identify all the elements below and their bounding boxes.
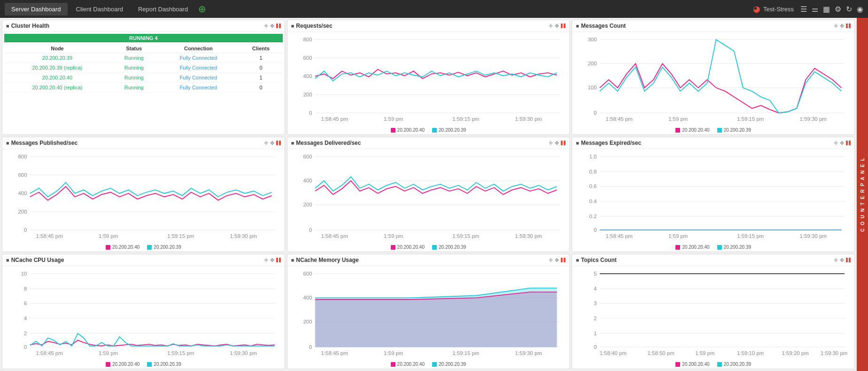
svg-text:1:59:30 pm: 1:59:30 pm bbox=[515, 116, 542, 122]
expand-icon[interactable]: ✥ bbox=[555, 257, 559, 263]
messages-count-chart: 300 200 100 0 1:58:45 pm 1:59 pm 1:59:15… bbox=[576, 34, 851, 126]
svg-text:1:59:30 pm: 1:59:30 pm bbox=[515, 233, 542, 239]
move-icon[interactable]: ✛ bbox=[834, 257, 838, 263]
settings-icon[interactable]: ⚙ bbox=[835, 5, 841, 14]
menu-lines-icon[interactable]: ☰ bbox=[800, 5, 807, 14]
pause-button[interactable] bbox=[846, 141, 851, 145]
move-icon[interactable]: ✛ bbox=[549, 140, 553, 146]
connection-cell: Fully Connected bbox=[158, 83, 240, 93]
refresh-icon[interactable]: ↻ bbox=[846, 5, 852, 14]
expand-icon[interactable]: ✥ bbox=[555, 140, 559, 146]
move-icon[interactable]: ✛ bbox=[549, 23, 553, 29]
svg-text:400: 400 bbox=[303, 73, 312, 79]
requests-legend: 20.200.20.40 20.200.20.39 bbox=[287, 126, 570, 134]
expand-icon[interactable]: ✥ bbox=[270, 23, 274, 29]
svg-text:1:59:30 pm: 1:59:30 pm bbox=[230, 233, 257, 239]
svg-text:4: 4 bbox=[594, 286, 597, 292]
delivered-icon: ■ bbox=[291, 140, 294, 146]
published-chart-area: 800 600 400 200 0 1:58:45 pm 1:59 pm 1:5… bbox=[2, 149, 285, 244]
status-cell: Running bbox=[110, 83, 158, 93]
pause-button[interactable] bbox=[846, 258, 851, 262]
svg-text:1:59:15 pm: 1:59:15 pm bbox=[737, 233, 764, 239]
widget-header-memory: ■ NCache Memory Usage ✛ ✥ bbox=[287, 254, 570, 266]
connection-cell: Fully Connected bbox=[158, 53, 240, 63]
pause-button[interactable] bbox=[561, 258, 566, 262]
requests-title: Requests/sec bbox=[296, 23, 547, 29]
svg-text:2: 2 bbox=[24, 331, 27, 336]
svg-text:1.0: 1.0 bbox=[589, 154, 597, 159]
counter-panel-label: C O U N T E R P A N E L bbox=[860, 157, 865, 232]
expand-icon[interactable]: ✥ bbox=[840, 257, 844, 263]
pause-button[interactable] bbox=[276, 258, 281, 262]
svg-text:600: 600 bbox=[18, 172, 27, 178]
svg-text:1:59:20 pm: 1:59:20 pm bbox=[782, 350, 809, 356]
svg-text:1:59 pm: 1:59 pm bbox=[668, 233, 688, 239]
tab-client-dashboard[interactable]: Client Dashboard bbox=[70, 3, 130, 16]
cpu-controls: ✛ ✥ bbox=[264, 257, 281, 263]
move-icon[interactable]: ✛ bbox=[264, 140, 268, 146]
messages-count-controls: ✛ ✥ bbox=[834, 23, 851, 29]
col-node: Node bbox=[4, 44, 110, 53]
clients-cell: 0 bbox=[239, 83, 282, 93]
menu-columns-icon[interactable]: ▦ bbox=[823, 5, 830, 14]
node-name: 20.200.20.39 bbox=[4, 53, 110, 63]
svg-text:1:58:45 pm: 1:58:45 pm bbox=[606, 116, 633, 122]
svg-text:5: 5 bbox=[594, 271, 597, 276]
expand-icon[interactable]: ✥ bbox=[840, 23, 844, 29]
svg-text:400: 400 bbox=[18, 190, 27, 196]
svg-text:1:59 pm: 1:59 pm bbox=[99, 350, 118, 356]
clients-cell: 0 bbox=[239, 63, 282, 73]
messages-count-title: Messages Count bbox=[581, 23, 832, 29]
svg-text:1:59:30 pm: 1:59:30 pm bbox=[800, 233, 827, 239]
published-controls: ✛ ✥ bbox=[264, 140, 281, 146]
dashboard-grid: ■ Cluster Health ✛ ✥ RUNNING 4 Node bbox=[0, 18, 857, 371]
requests-chart: 800 600 400 200 0 1:58:45 pm 1:59 pm 1:5… bbox=[291, 34, 566, 126]
svg-text:4: 4 bbox=[24, 316, 27, 321]
svg-text:1:59 pm: 1:59 pm bbox=[384, 350, 403, 356]
topics-title: Topics Count bbox=[581, 257, 832, 263]
pause-button[interactable] bbox=[561, 141, 566, 145]
memory-icon: ■ bbox=[291, 257, 294, 263]
svg-text:0.6: 0.6 bbox=[589, 183, 597, 189]
widget-topics-count: ■ Topics Count ✛ ✥ 5 bbox=[572, 254, 855, 369]
col-connection: Connection bbox=[158, 44, 240, 53]
tab-server-dashboard[interactable]: Server Dashboard bbox=[5, 3, 68, 16]
svg-text:600: 600 bbox=[303, 55, 312, 61]
counter-panel[interactable]: C O U N T E R P A N E L bbox=[857, 18, 868, 371]
pause-button[interactable] bbox=[846, 24, 851, 28]
expired-icon: ■ bbox=[576, 140, 579, 146]
move-icon[interactable]: ✛ bbox=[549, 257, 553, 263]
expand-icon[interactable]: ✥ bbox=[270, 257, 274, 263]
widget-messages-count: ■ Messages Count ✛ ✥ 300 200 bbox=[572, 20, 855, 135]
tab-report-dashboard[interactable]: Report Dashboard bbox=[132, 3, 194, 16]
svg-text:200: 200 bbox=[18, 209, 27, 214]
node-name: 20.200.20.40 (replica) bbox=[4, 83, 110, 93]
expand-icon[interactable]: ✥ bbox=[270, 140, 274, 146]
close-icon[interactable]: ◉ bbox=[857, 5, 863, 14]
requests-chart-area: 800 600 400 200 0 1:58:45 pm 1:59 pm 1:5… bbox=[287, 32, 570, 126]
pause-button[interactable] bbox=[276, 141, 281, 145]
move-icon[interactable]: ✛ bbox=[264, 23, 268, 29]
node-name: 20.200.20.40 bbox=[4, 73, 110, 83]
cpu-title: NCache CPU Usage bbox=[11, 257, 262, 263]
svg-text:1:59:10 pm: 1:59:10 pm bbox=[737, 350, 764, 356]
move-icon[interactable]: ✛ bbox=[834, 23, 838, 29]
svg-text:0: 0 bbox=[594, 344, 597, 350]
topics-controls: ✛ ✥ bbox=[834, 257, 851, 263]
svg-text:0.2: 0.2 bbox=[589, 213, 597, 219]
brand-label: Test-Stress bbox=[763, 6, 794, 13]
expand-icon[interactable]: ✥ bbox=[840, 140, 844, 146]
svg-text:600: 600 bbox=[303, 154, 312, 159]
svg-text:1:59:30 pm: 1:59:30 pm bbox=[230, 350, 257, 356]
svg-text:2: 2 bbox=[594, 316, 597, 321]
main-content: ■ Cluster Health ✛ ✥ RUNNING 4 Node bbox=[0, 18, 868, 371]
move-icon[interactable]: ✛ bbox=[264, 257, 268, 263]
expand-icon[interactable]: ✥ bbox=[555, 23, 559, 29]
add-dashboard-button[interactable]: ⊕ bbox=[198, 4, 206, 14]
svg-text:400: 400 bbox=[303, 295, 312, 300]
menu-list-icon[interactable]: ⚌ bbox=[812, 5, 818, 14]
move-icon[interactable]: ✛ bbox=[834, 140, 838, 146]
pause-button[interactable] bbox=[276, 24, 281, 28]
svg-text:1:59 pm: 1:59 pm bbox=[384, 233, 403, 239]
pause-button[interactable] bbox=[561, 24, 566, 28]
